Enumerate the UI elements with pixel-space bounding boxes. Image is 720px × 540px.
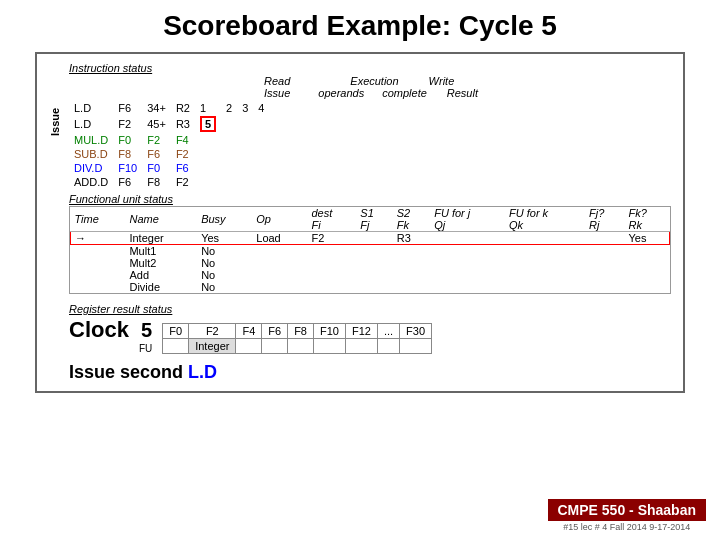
reg-f4-val	[236, 339, 262, 354]
instr-reg: F10	[113, 161, 142, 175]
instr-read	[221, 115, 237, 133]
instr-read	[221, 175, 237, 189]
table-row: SUB.D F8 F6 F2	[69, 147, 269, 161]
clock-top: Clock 5	[69, 317, 152, 343]
reg-dots-header: ...	[377, 324, 399, 339]
fu-name: Mult1	[125, 245, 197, 258]
instr-read: 2	[221, 101, 237, 115]
instr-k: R3	[171, 115, 195, 133]
reg-f0-header: F0	[163, 324, 189, 339]
instr-issue	[195, 161, 221, 175]
instr-exec	[237, 133, 253, 147]
instr-j: F8	[142, 175, 171, 189]
reg-f30-header: F30	[400, 324, 432, 339]
fu-busy: No	[197, 281, 252, 293]
reg-f30-val	[400, 339, 432, 354]
instr-issue	[195, 133, 221, 147]
fu-rk: Yes	[625, 232, 670, 245]
fu-status-section: Functional unit status Time Name Busy Op…	[69, 193, 671, 297]
fu-qj	[430, 232, 505, 245]
instr-write	[253, 115, 269, 133]
operands-col-header: operands	[318, 87, 364, 99]
fu-busy: No	[197, 245, 252, 258]
left-issue-label: Issue	[49, 82, 61, 162]
reg-f6-header: F6	[262, 324, 288, 339]
instr-write	[253, 133, 269, 147]
fu-th-fi: destFi	[307, 207, 356, 232]
reg-f2-header: F2	[189, 324, 236, 339]
instr-k: R2	[171, 101, 195, 115]
operands-headers: Issue operands complete Result	[264, 87, 671, 99]
issue-col-header: Issue	[264, 87, 290, 99]
fu-header-row: Time Name Busy Op destFi S1Fj S2Fk FU fo…	[71, 207, 670, 232]
fu-time	[71, 269, 126, 281]
instr-exec	[237, 115, 253, 133]
fu-name: Integer	[125, 232, 197, 245]
fu-th-fk: S2Fk	[393, 207, 430, 232]
instr-j: F2	[142, 133, 171, 147]
complete-col-header: complete	[382, 87, 427, 99]
fu-busy: No	[197, 257, 252, 269]
fu-th-qk: FU for kQk	[505, 207, 585, 232]
instruction-status-title: Instruction status	[69, 62, 671, 74]
fu-divide-row: Divide No	[71, 281, 670, 293]
reg-f0-val	[163, 339, 189, 354]
fu-th-qj: FU for jQj	[430, 207, 505, 232]
read-header: Read	[264, 75, 290, 87]
instr-read	[221, 133, 237, 147]
reg-f6-val	[262, 339, 288, 354]
clock-value: 5	[141, 319, 152, 342]
fu-busy: No	[197, 269, 252, 281]
instr-write: 4	[253, 101, 269, 115]
fu-name: Divide	[125, 281, 197, 293]
instr-exec	[237, 161, 253, 175]
instr-issue: 1	[195, 101, 221, 115]
reg-f12-val	[345, 339, 377, 354]
result-col-header: Result	[447, 87, 478, 99]
reg-f2-val: Integer	[189, 339, 236, 354]
fu-rj	[585, 232, 625, 245]
table-row: L.D F6 34+ R2 1 2 3 4	[69, 101, 269, 115]
content-border: Issue Instruction status Read Execution …	[35, 52, 685, 393]
main-content: Instruction status Read Execution Write …	[69, 62, 671, 383]
table-row: MUL.D F0 F2 F4	[69, 133, 269, 147]
fu-time	[71, 245, 126, 258]
instr-k: F6	[171, 161, 195, 175]
instr-reg: F6	[113, 175, 142, 189]
fu-th-fj: S1Fj	[356, 207, 392, 232]
instr-write	[253, 161, 269, 175]
footer-sub: #15 lec # 4 Fall 2014 9-17-2014	[548, 522, 707, 532]
instr-j: F6	[142, 147, 171, 161]
reg-f10-header: F10	[313, 324, 345, 339]
instr-reg: F8	[113, 147, 142, 161]
fu-op: Load	[252, 232, 307, 245]
bottom-row: Clock 5 FU F0 F2 F4	[69, 317, 671, 354]
instr-exec	[237, 147, 253, 161]
instr-reg: F6	[113, 101, 142, 115]
fu-time	[71, 281, 126, 293]
instr-issue	[195, 147, 221, 161]
fu-busy: Yes	[197, 232, 252, 245]
reg-f4-header: F4	[236, 324, 262, 339]
instr-name: ADD.D	[69, 175, 113, 189]
fu-th-rj: Fj?Rj	[585, 207, 625, 232]
slide: Scoreboard Example: Cycle 5 Issue Instru…	[0, 0, 720, 540]
instr-exec	[237, 175, 253, 189]
fu-bottom-label: FU	[139, 343, 152, 354]
issue-ld-text: L.D	[188, 362, 217, 382]
fu-name: Add	[125, 269, 197, 281]
instruction-status-section: Instruction status Read Execution Write …	[69, 62, 671, 189]
instr-k: F4	[171, 133, 195, 147]
instr-exec: 3	[237, 101, 253, 115]
instr-j: 45+	[142, 115, 171, 133]
fu-table-wrapper: Time Name Busy Op destFi S1Fj S2Fk FU fo…	[69, 206, 671, 294]
reg-value-row: Integer	[163, 339, 432, 354]
instr-k: F2	[171, 147, 195, 161]
fu-time: →	[71, 232, 126, 245]
instr-j: 34+	[142, 101, 171, 115]
instr-reg: F0	[113, 133, 142, 147]
instr-reg: F2	[113, 115, 142, 133]
footer-title: CMPE 550 - Shaaban	[548, 499, 707, 521]
reg-f12-header: F12	[345, 324, 377, 339]
fu-time	[71, 257, 126, 269]
